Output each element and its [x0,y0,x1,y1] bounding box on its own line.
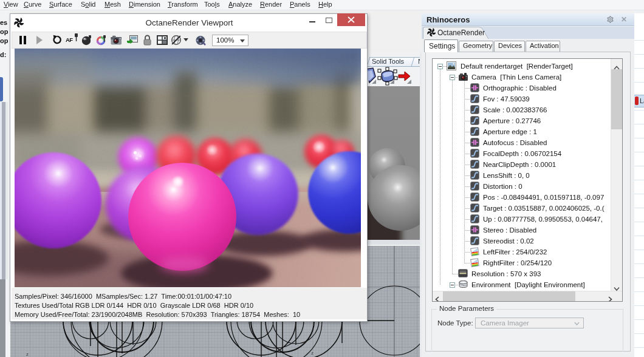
svg-text:z: z [311,350,313,356]
svg-text:z: z [26,352,29,357]
